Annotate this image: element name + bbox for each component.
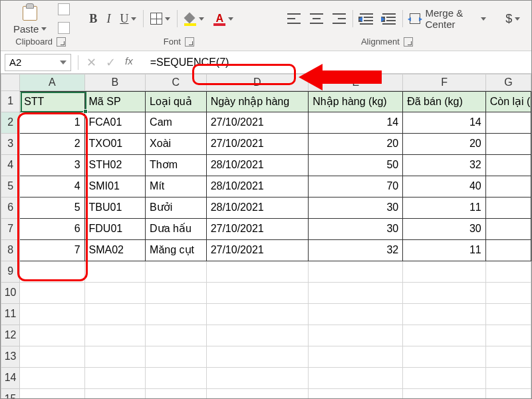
cell-G1[interactable]: Còn lại ( — [486, 91, 531, 112]
cell-E7[interactable]: 30 — [309, 219, 403, 240]
cell-A4[interactable]: 3 — [20, 155, 84, 176]
cell-F1[interactable]: Đã bán (kg) — [403, 91, 486, 112]
font-color-button[interactable]: A — [211, 11, 236, 27]
cell-G14[interactable] — [486, 368, 531, 389]
cell-C2[interactable]: Cam — [146, 112, 207, 134]
cell-F10[interactable] — [403, 283, 486, 304]
cell-E4[interactable]: 50 — [309, 155, 403, 176]
row-header-4[interactable]: 4 — [1, 155, 20, 176]
cell-F12[interactable] — [403, 325, 486, 346]
cell-B4[interactable]: STH02 — [85, 155, 146, 176]
select-all-corner[interactable] — [1, 74, 20, 91]
cell-D3[interactable]: 27/10/2021 — [207, 134, 309, 155]
cell-C3[interactable]: Xoài — [146, 134, 207, 155]
col-header-D[interactable]: D — [207, 74, 309, 91]
cut-button[interactable] — [55, 1, 72, 17]
cell-C8[interactable]: Măng cụt — [146, 240, 207, 261]
cell-A12[interactable] — [20, 325, 84, 346]
col-header-G[interactable]: G — [486, 74, 531, 91]
cell-E10[interactable] — [309, 283, 403, 304]
cell-G4[interactable] — [486, 155, 531, 176]
cell-C13[interactable] — [146, 346, 207, 368]
row-header-13[interactable]: 13 — [1, 346, 20, 368]
cell-D15[interactable] — [207, 389, 309, 399]
italic-button[interactable]: I — [104, 10, 113, 28]
cell-C15[interactable] — [146, 389, 207, 399]
cell-B8[interactable]: SMA02 — [85, 240, 146, 261]
cell-F11[interactable] — [403, 304, 486, 325]
col-header-E[interactable]: E — [309, 74, 403, 91]
cell-F4[interactable]: 32 — [403, 155, 486, 176]
underline-button[interactable]: U — [117, 10, 139, 28]
cell-B2[interactable]: FCA01 — [85, 112, 146, 134]
cell-A2[interactable]: 1 — [20, 112, 84, 134]
insert-function-button[interactable]: fx — [125, 55, 133, 70]
formula-input[interactable]: =SEQUENCE(7) — [146, 55, 531, 70]
cell-G6[interactable] — [486, 198, 531, 219]
spreadsheet-grid[interactable]: A B C D E F G 1 STT Mã SP Loại quả Ngày … — [1, 74, 531, 399]
cell-E13[interactable] — [309, 346, 403, 368]
enter-formula-button[interactable]: ✓ — [106, 55, 116, 70]
fill-color-button[interactable] — [182, 11, 207, 27]
cell-D2[interactable]: 27/10/2021 — [207, 112, 309, 134]
align-right-button[interactable] — [330, 11, 348, 26]
cell-C6[interactable]: Bưởi — [146, 198, 207, 219]
cell-C4[interactable]: Thơm — [146, 155, 207, 176]
cell-A8[interactable]: 7 — [20, 240, 84, 261]
cell-D7[interactable]: 27/10/2021 — [207, 219, 309, 240]
row-header-3[interactable]: 3 — [1, 134, 20, 155]
bold-button[interactable]: B — [86, 10, 100, 28]
cell-B12[interactable] — [85, 325, 146, 346]
cell-F2[interactable]: 14 — [403, 112, 486, 134]
cell-D12[interactable] — [207, 325, 309, 346]
cell-B7[interactable]: FDU01 — [85, 219, 146, 240]
cell-F5[interactable]: 40 — [403, 176, 486, 198]
cell-E14[interactable] — [309, 368, 403, 389]
cell-D13[interactable] — [207, 346, 309, 368]
row-header-14[interactable]: 14 — [1, 368, 20, 389]
cell-A14[interactable] — [20, 368, 84, 389]
cell-E1[interactable]: Nhập hàng (kg) — [309, 91, 403, 112]
currency-button[interactable]: $ — [503, 10, 523, 28]
cell-F3[interactable]: 20 — [403, 134, 486, 155]
cell-C11[interactable] — [146, 304, 207, 325]
cell-G13[interactable] — [486, 346, 531, 368]
cell-D4[interactable]: 28/10/2021 — [207, 155, 309, 176]
borders-button[interactable] — [148, 11, 173, 27]
align-left-button[interactable] — [285, 11, 303, 26]
row-header-5[interactable]: 5 — [1, 176, 20, 198]
cell-F6[interactable]: 11 — [403, 198, 486, 219]
cell-B3[interactable]: TXO01 — [85, 134, 146, 155]
cancel-formula-button[interactable]: ✕ — [86, 55, 96, 70]
row-header-10[interactable]: 10 — [1, 283, 20, 304]
cell-E5[interactable]: 70 — [309, 176, 403, 198]
cell-E6[interactable]: 30 — [309, 198, 403, 219]
cell-E3[interactable]: 20 — [309, 134, 403, 155]
cell-F8[interactable]: 11 — [403, 240, 486, 261]
cell-G9[interactable] — [486, 261, 531, 283]
cell-A3[interactable]: 2 — [20, 134, 84, 155]
row-header-6[interactable]: 6 — [1, 198, 20, 219]
cell-D8[interactable]: 27/10/2021 — [207, 240, 309, 261]
cell-A7[interactable]: 6 — [20, 219, 84, 240]
cell-C12[interactable] — [146, 325, 207, 346]
cell-A9[interactable] — [20, 261, 84, 283]
row-header-7[interactable]: 7 — [1, 219, 20, 240]
cell-G12[interactable] — [486, 325, 531, 346]
cell-G5[interactable] — [486, 176, 531, 198]
cell-E2[interactable]: 14 — [309, 112, 403, 134]
cell-E9[interactable] — [309, 261, 403, 283]
cell-E8[interactable]: 32 — [309, 240, 403, 261]
name-box[interactable]: A2 — [5, 54, 71, 71]
cell-F15[interactable] — [403, 389, 486, 399]
cell-B15[interactable] — [85, 389, 146, 399]
cell-G8[interactable] — [486, 240, 531, 261]
cell-A5[interactable]: 4 — [20, 176, 84, 198]
row-header-2[interactable]: 2 — [1, 112, 20, 134]
cell-D14[interactable] — [207, 368, 309, 389]
cell-D9[interactable] — [207, 261, 309, 283]
font-dialog-launcher[interactable] — [185, 37, 194, 47]
cell-A10[interactable] — [20, 283, 84, 304]
col-header-F[interactable]: F — [403, 74, 486, 91]
cell-B9[interactable] — [85, 261, 146, 283]
